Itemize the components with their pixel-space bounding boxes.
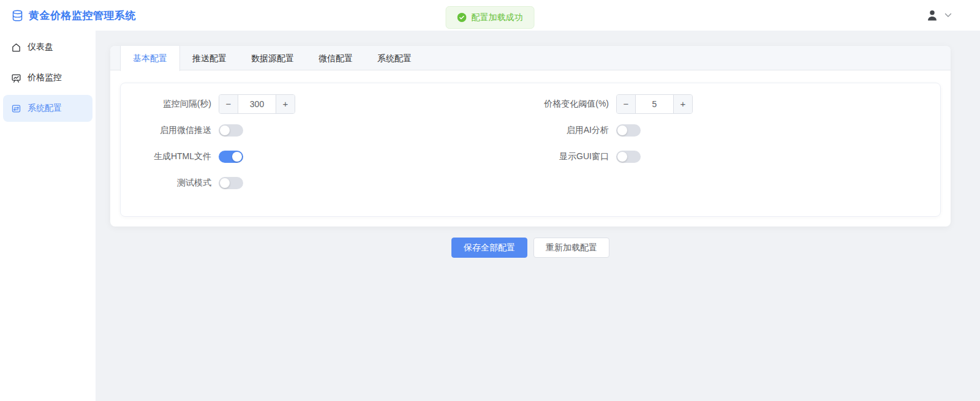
switch-knob: [220, 178, 230, 188]
form-item-ai-analysis: 启用AI分析: [530, 121, 928, 140]
tab-datasource-config[interactable]: 数据源配置: [239, 46, 306, 70]
test-mode-switch[interactable]: [219, 177, 243, 189]
price-monitor-icon: [11, 73, 21, 83]
user-avatar-icon: [925, 9, 939, 22]
form-item-show-gui: 显示GUI窗口: [530, 147, 928, 167]
page-title: 黄金价格监控管理系统: [29, 9, 136, 23]
system-config-icon: [11, 103, 21, 114]
sidebar-item-dashboard[interactable]: 仪表盘: [0, 32, 96, 62]
tab-wechat-config[interactable]: 微信配置: [306, 46, 365, 70]
action-buttons: 保存全部配置 重新加载配置: [110, 238, 951, 258]
decrease-button[interactable]: −: [219, 95, 238, 113]
field-label: 生成HTML文件: [133, 151, 219, 162]
switch-knob: [617, 126, 627, 135]
monitor-interval-stepper: − +: [219, 94, 295, 114]
config-card: 基本配置 推送配置 数据源配置 微信配置 系统配置 监控间隔(秒) −: [110, 46, 951, 227]
form-item-empty: [530, 173, 928, 193]
sidebar-item-system-config[interactable]: 系统配置: [3, 95, 92, 122]
wechat-push-switch[interactable]: [219, 124, 243, 137]
generate-html-switch[interactable]: [219, 151, 243, 163]
increase-button[interactable]: +: [673, 95, 692, 113]
main-content: 基本配置 推送配置 数据源配置 微信配置 系统配置 监控间隔(秒) −: [96, 31, 980, 401]
basic-config-panel: 监控间隔(秒) − + 价格变化阈值(%) −: [120, 83, 941, 217]
increase-button[interactable]: +: [276, 95, 295, 113]
sidebar-item-price-monitor[interactable]: 价格监控: [0, 62, 96, 93]
field-label: 启用微信推送: [133, 125, 219, 136]
success-message-text: 配置加载成功: [472, 12, 523, 23]
sidebar-item-label: 价格监控: [28, 72, 62, 83]
price-threshold-input[interactable]: [636, 95, 673, 113]
tab-basic-config[interactable]: 基本配置: [120, 46, 180, 71]
field-label: 启用AI分析: [530, 125, 616, 136]
reload-config-button[interactable]: 重新加载配置: [533, 238, 609, 258]
decrease-button[interactable]: −: [617, 95, 636, 113]
field-label: 价格变化阈值(%): [530, 99, 616, 110]
success-check-icon: [458, 13, 467, 22]
field-label: 测试模式: [133, 178, 219, 189]
config-tabs: 基本配置 推送配置 数据源配置 微信配置 系统配置: [110, 46, 951, 70]
success-message: 配置加载成功: [446, 6, 535, 29]
switch-knob: [232, 152, 242, 162]
field-label: 监控间隔(秒): [133, 99, 219, 110]
sidebar-item-label: 系统配置: [28, 103, 62, 114]
config-form: 监控间隔(秒) − + 价格变化阈值(%) −: [133, 94, 928, 193]
switch-knob: [220, 126, 230, 135]
tab-system-config[interactable]: 系统配置: [365, 46, 424, 70]
field-label: 显示GUI窗口: [530, 151, 616, 162]
show-gui-switch[interactable]: [616, 151, 641, 163]
save-all-config-button[interactable]: 保存全部配置: [451, 238, 527, 258]
form-item-price-threshold: 价格变化阈值(%) − +: [530, 94, 928, 114]
brand: 黄金价格监控管理系统: [11, 9, 136, 23]
price-threshold-stepper: − +: [616, 94, 693, 114]
chevron-down-icon: [944, 13, 952, 18]
form-item-wechat-push: 启用微信推送: [133, 121, 530, 140]
form-item-generate-html: 生成HTML文件: [133, 147, 530, 167]
sidebar: 仪表盘 价格监控 系统配置: [0, 31, 96, 401]
form-item-monitor-interval: 监控间隔(秒) − +: [133, 94, 530, 114]
form-item-test-mode: 测试模式: [133, 173, 530, 193]
monitor-interval-input[interactable]: [238, 95, 276, 113]
database-icon: [11, 9, 24, 22]
tab-push-config[interactable]: 推送配置: [180, 46, 239, 70]
tab-panel-basic: 监控间隔(秒) − + 价格变化阈值(%) −: [110, 70, 951, 227]
switch-knob: [617, 152, 627, 162]
home-icon: [11, 42, 21, 53]
sidebar-item-label: 仪表盘: [28, 42, 53, 53]
user-dropdown[interactable]: [925, 9, 968, 22]
ai-analysis-switch[interactable]: [616, 124, 641, 137]
